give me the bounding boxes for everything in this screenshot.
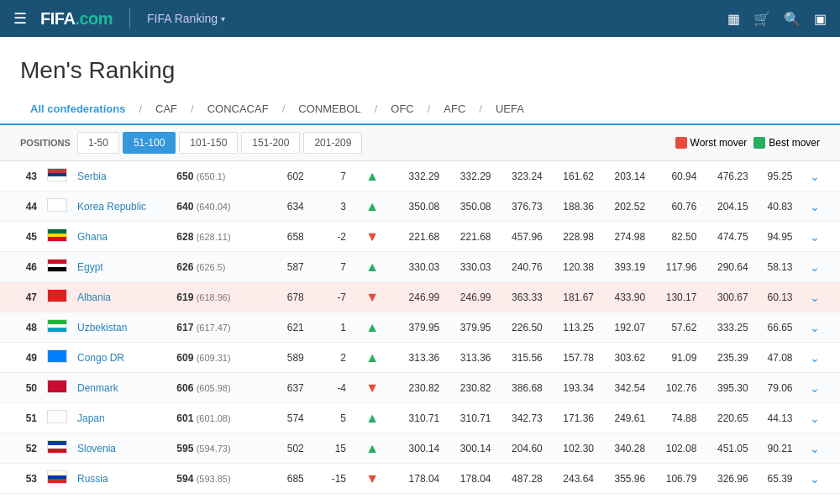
change-cell: 7 — [309, 161, 351, 192]
pos-tab-201-209[interactable]: 201-209 — [303, 132, 362, 154]
conf-tab-afc[interactable]: AFC — [433, 94, 475, 123]
col2: 246.99 — [444, 282, 496, 312]
header-nav-label: FIFA Ranking — [147, 12, 218, 25]
country-link[interactable]: Korea Republic — [77, 201, 146, 213]
country-link[interactable]: Serbia — [77, 171, 107, 182]
country-link[interactable]: Slovenia — [77, 443, 116, 454]
col2: 350.08 — [444, 192, 496, 222]
expand-button[interactable]: ⌄ — [803, 260, 827, 274]
table-row: 49 Congo DR 609 (609.31) 589 2 ▲ 313.36 … — [0, 343, 840, 373]
points-cell: 619 (618.96) — [171, 282, 266, 312]
expand-cell[interactable]: ⌄ — [798, 464, 840, 494]
table-row: 51 Japan 601 (601.08) 574 5 ▲ 310.71 310… — [0, 403, 840, 433]
country-name-cell: Uzbekistan — [72, 312, 171, 343]
user-icon[interactable]: ▣ — [814, 11, 827, 27]
flag-cell — [42, 403, 72, 433]
calendar-icon[interactable]: ▦ — [727, 11, 740, 27]
expand-button[interactable]: ⌄ — [803, 412, 827, 425]
arrow-up-icon: ▲ — [365, 441, 379, 455]
conf-tab-all[interactable]: All confederations — [20, 94, 135, 125]
position-tabs-row: POSITIONS 1-50 51-100 101-150 151-200 20… — [0, 125, 840, 161]
pos-tab-101-150[interactable]: 101-150 — [179, 132, 238, 154]
prev-rank-cell: 634 — [266, 192, 308, 222]
expand-cell[interactable]: ⌄ — [798, 282, 840, 312]
country-link[interactable]: Albania — [77, 291, 111, 303]
expand-cell[interactable]: ⌄ — [798, 433, 840, 464]
cart-icon[interactable]: 🛒 — [753, 11, 770, 27]
conf-tab-ofc[interactable]: OFC — [381, 94, 423, 123]
prev-points: (618.96) — [197, 292, 231, 302]
col7: 204.15 — [701, 192, 753, 222]
expand-cell[interactable]: ⌄ — [798, 343, 840, 373]
col7: 333.25 — [701, 312, 753, 343]
expand-cell[interactable]: ⌄ — [798, 403, 840, 433]
col6: 102.08 — [650, 433, 701, 464]
expand-button[interactable]: ⌄ — [803, 442, 827, 455]
country-flag — [47, 168, 67, 181]
col3: 240.76 — [496, 252, 548, 282]
expand-button[interactable]: ⌄ — [803, 230, 827, 244]
col3: 363.33 — [496, 282, 548, 312]
pos-tab-151-200[interactable]: 151-200 — [241, 132, 300, 154]
col6: 102.76 — [650, 373, 701, 403]
arrow-up-icon: ▲ — [365, 320, 379, 334]
expand-button[interactable]: ⌄ — [803, 381, 827, 395]
country-link[interactable]: Denmark — [77, 382, 118, 394]
col5: 355.96 — [599, 464, 650, 494]
country-name-cell: Slovenia — [72, 433, 171, 464]
country-link[interactable]: Egypt — [77, 261, 103, 273]
arrow-cell: ▲ — [351, 252, 393, 282]
search-icon[interactable]: 🔍 — [784, 11, 801, 27]
points-cell: 628 (628.11) — [171, 222, 266, 252]
conf-tab-conmebol[interactable]: CONMEBOL — [288, 94, 370, 123]
points-cell: 617 (617.47) — [171, 312, 266, 343]
expand-button[interactable]: ⌄ — [803, 472, 827, 486]
expand-cell[interactable]: ⌄ — [798, 222, 840, 252]
col6: 106.79 — [650, 464, 701, 494]
header-nav[interactable]: FIFA Ranking ▾ — [147, 12, 225, 25]
menu-icon[interactable]: ☰ — [13, 9, 27, 28]
col4: 171.36 — [548, 403, 599, 433]
col7: 326.96 — [701, 464, 753, 494]
country-link[interactable]: Congo DR — [77, 352, 124, 364]
conf-tab-uefa[interactable]: UEFA — [486, 94, 534, 123]
expand-button[interactable]: ⌄ — [803, 200, 827, 213]
expand-button[interactable]: ⌄ — [803, 291, 827, 304]
col7: 300.67 — [701, 282, 753, 312]
table-row: 53 Russia 594 (593.85) 685 -15 ▼ 178.04 … — [0, 464, 840, 494]
col6: 60.76 — [650, 192, 701, 222]
expand-cell[interactable]: ⌄ — [798, 373, 840, 403]
country-link[interactable]: Japan — [77, 412, 105, 424]
pos-tab-51-100[interactable]: 51-100 — [123, 132, 176, 154]
points-cell: 609 (609.31) — [171, 343, 266, 373]
col4: 181.67 — [548, 282, 599, 312]
table-row: 52 Slovenia 595 (594.73) 502 15 ▲ 300.14… — [0, 433, 840, 464]
expand-button[interactable]: ⌄ — [803, 321, 827, 334]
rank-number: 46 — [0, 252, 42, 282]
pos-tab-1-50[interactable]: 1-50 — [77, 132, 119, 154]
col5: 249.61 — [599, 403, 650, 433]
conf-tab-concacaf[interactable]: CONCACAF — [197, 94, 279, 123]
country-link[interactable]: Uzbekistan — [77, 322, 127, 333]
col2: 300.14 — [444, 433, 496, 464]
table-row: 44 Korea Republic 640 (640.04) 634 3 ▲ 3… — [0, 192, 840, 222]
expand-cell[interactable]: ⌄ — [798, 192, 840, 222]
arrow-cell: ▼ — [351, 373, 393, 403]
expand-cell[interactable]: ⌄ — [798, 312, 840, 343]
col7: 220.65 — [701, 403, 753, 433]
conf-tab-caf[interactable]: CAF — [145, 94, 187, 123]
arrow-cell: ▼ — [351, 464, 393, 494]
arrow-cell: ▲ — [351, 161, 393, 192]
expand-button[interactable]: ⌄ — [803, 351, 827, 365]
points-cell: 626 (626.5) — [171, 252, 266, 282]
change-cell: 1 — [309, 312, 351, 343]
country-link[interactable]: Russia — [77, 473, 108, 485]
rank-number: 47 — [0, 282, 42, 312]
prev-points: (617.47) — [197, 323, 231, 333]
expand-cell[interactable]: ⌄ — [798, 161, 840, 192]
country-link[interactable]: Ghana — [77, 231, 108, 243]
expand-cell[interactable]: ⌄ — [798, 252, 840, 282]
expand-button[interactable]: ⌄ — [803, 170, 827, 183]
col2: 178.04 — [444, 464, 496, 494]
col7: 451.05 — [701, 433, 753, 464]
